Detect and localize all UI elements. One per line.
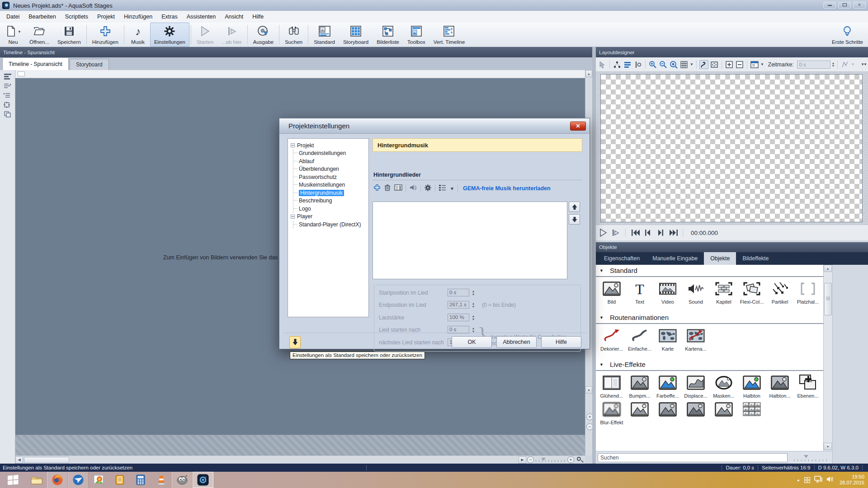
object-item-text[interactable]: TText — [626, 281, 654, 305]
speaker-icon[interactable] — [409, 184, 417, 193]
tab-objekte[interactable]: Objekte — [704, 252, 736, 265]
object-item-karte[interactable]: Karte — [654, 328, 682, 352]
objects-scrollbar[interactable]: ▲ ▼ — [823, 265, 832, 451]
motion-path-icon[interactable] — [699, 60, 708, 69]
toolbar-speichern-button[interactable]: Speichern — [53, 23, 85, 47]
timeline-add-track-band[interactable] — [15, 435, 585, 455]
minimize-button[interactable] — [823, 2, 836, 9]
taskbar-firefox-icon[interactable] — [47, 472, 68, 488]
toolbar-neu-button[interactable]: ▼ Neu — [1, 23, 25, 47]
taskbar-vlc-icon[interactable] — [151, 472, 172, 488]
timeline-zoom-out-button[interactable]: − — [527, 456, 534, 463]
next-frame-icon[interactable] — [656, 228, 665, 237]
endposition-spinner[interactable]: ▲▼ — [470, 301, 476, 309]
start-button[interactable] — [0, 472, 26, 488]
gema-download-link[interactable]: GEMA-freie Musik herunterladen — [463, 185, 551, 192]
section-live-effekte[interactable]: ▼Live-Effekte — [596, 359, 823, 371]
toolbar-oeffnen-button[interactable]: Öffnen... — [25, 23, 53, 47]
object-item-thumbnail[interactable] — [654, 401, 682, 425]
panel-splitter[interactable] — [592, 47, 596, 464]
tree-node-grundeinstellungen[interactable]: Grundeinstellungen — [293, 150, 368, 158]
zoom-fit-icon[interactable] — [669, 60, 678, 69]
section-routenanimationen[interactable]: ▼Routenanimationen — [596, 312, 823, 324]
tree-node-standard-player[interactable]: Standard-Player (DirectX) — [293, 221, 368, 229]
maximize-button[interactable] — [838, 2, 851, 9]
play-from-here-icon[interactable] — [611, 228, 620, 237]
tab-bildeffekte[interactable]: Bildeffekte — [736, 252, 775, 265]
dialog-titlebar[interactable]: Projekteinstellungen ✕ — [279, 118, 590, 134]
thumbnail-size-slider[interactable] — [794, 455, 830, 461]
startposition-spinner[interactable]: ▲▼ — [470, 289, 476, 296]
skip-to-start-icon[interactable] — [631, 228, 640, 237]
taskbar-notes-icon[interactable] — [109, 472, 130, 488]
tray-expand-icon[interactable]: ▲ — [797, 478, 800, 482]
tree-node-logo[interactable]: Logo — [293, 205, 368, 213]
toolbar-hinzufuegen-button[interactable]: Hinzufügen — [88, 23, 123, 47]
playlist-icon[interactable] — [394, 184, 402, 193]
object-item-thumbnail[interactable] — [710, 401, 738, 425]
dialog-close-button[interactable]: ✕ — [570, 122, 586, 131]
tab-timeline-spuransicht[interactable]: Timeline - Spuransicht — [2, 57, 69, 70]
timeline-collapsed-track[interactable] — [18, 71, 25, 76]
node-editor-icon[interactable] — [613, 60, 622, 69]
scroll-up-icon[interactable]: ▲ — [824, 265, 832, 272]
tree-node-ablauf[interactable]: Ablauf — [293, 157, 368, 165]
toolbar-ausgabe-button[interactable]: Ausgabe — [249, 23, 278, 47]
tray-volume-icon[interactable] — [826, 476, 834, 484]
toolbar-musik-button[interactable]: ♪ Musik — [126, 23, 150, 47]
pan-view-icon[interactable] — [710, 60, 719, 69]
zeitmarke-spinner[interactable]: ▲▼ — [832, 62, 835, 67]
ok-button[interactable]: OK — [452, 336, 492, 348]
layers-icon[interactable] — [623, 60, 632, 69]
startposition-input[interactable]: 0 s — [448, 289, 469, 296]
object-item-platzhalter[interactable]: Platzhal... — [794, 281, 822, 305]
toolbar-einstellungen-button[interactable]: Einstellungen — [150, 23, 189, 47]
track-overview-icon[interactable] — [4, 73, 12, 80]
song-settings-gear-icon[interactable] — [424, 184, 432, 193]
collapse-box-icon[interactable] — [291, 143, 295, 147]
delete-song-icon[interactable] — [384, 184, 391, 193]
tree-node-ueberblendungen[interactable]: Überblendungen — [293, 165, 368, 174]
taskbar-photo-viewer-icon[interactable] — [89, 472, 109, 488]
object-item-einfache-route[interactable]: Einfache... — [626, 328, 654, 352]
chevron-down-icon[interactable]: ▼ — [760, 62, 764, 66]
menu-datei[interactable]: Datei — [2, 11, 24, 23]
objects-scroll-thumb[interactable] — [824, 283, 832, 315]
previous-frame-icon[interactable] — [643, 228, 652, 237]
timeline-ruler[interactable] — [15, 70, 585, 78]
object-item-gluehend[interactable]: Glühend... — [598, 375, 626, 399]
chevron-down-icon[interactable]: ▼ — [851, 62, 854, 66]
toolbar-overflow-icon[interactable]: ▼▼ — [861, 62, 866, 66]
menu-extras[interactable]: Extras — [157, 11, 182, 23]
close-button[interactable]: × — [853, 2, 866, 9]
scroll-up-icon[interactable]: ▲ — [585, 70, 592, 77]
endposition-input[interactable]: 267,1 s — [448, 301, 469, 309]
tree-node-player[interactable]: Player — [291, 213, 368, 221]
object-item-kartenanimation[interactable]: Kartena... — [682, 328, 710, 352]
remove-object-icon[interactable] — [735, 60, 744, 69]
object-item-thumbnail[interactable] — [626, 401, 654, 425]
object-item-dekorierte-route[interactable]: Dekorier... — [598, 328, 626, 352]
songlist-box[interactable] — [373, 202, 567, 279]
toolbar-storyboard-button[interactable]: Storyboard — [339, 23, 373, 47]
zoom-out-icon[interactable] — [659, 60, 668, 69]
menu-assistenten[interactable]: Assistenten — [182, 11, 221, 23]
object-item-partikel[interactable]: Partikel — [766, 281, 794, 305]
zoom-in-icon[interactable] — [648, 60, 657, 69]
zeitmarke-input[interactable] — [797, 61, 830, 69]
track-move-icon[interactable] — [4, 102, 12, 108]
taskbar-aquasoft-stages-icon[interactable] — [193, 472, 213, 488]
object-item-halbton[interactable]: Halbton — [738, 375, 766, 399]
add-object-icon[interactable] — [725, 60, 734, 69]
object-item-thumbnail[interactable] — [682, 401, 710, 425]
tray-network-icon[interactable] — [814, 476, 822, 484]
toolbar-toolbox-button[interactable]: Toolbox — [403, 23, 429, 47]
object-item-bumpmapping[interactable]: Bumpm... — [626, 375, 654, 399]
timeline-horizontal-scrollbar[interactable]: ◀ ▶ − + — [15, 455, 585, 464]
tree-node-passwortschutz[interactable]: Passwortschutz — [293, 173, 368, 181]
scroll-down-icon[interactable]: ▼ — [585, 386, 592, 394]
grid-icon[interactable] — [679, 60, 689, 69]
skip-to-end-icon[interactable] — [669, 228, 678, 237]
timeline-magnifier-icon[interactable] — [576, 456, 584, 464]
panel-layout-icon[interactable] — [750, 60, 759, 69]
